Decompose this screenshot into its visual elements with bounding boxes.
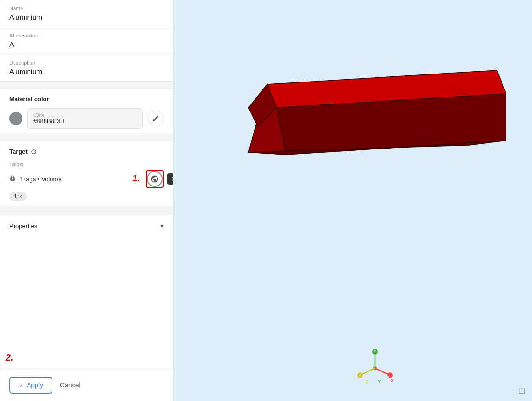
description-value: Aluminium: [9, 67, 164, 75]
chevron-down-icon: ▾: [160, 222, 164, 230]
svg-text:Z: Z: [359, 373, 361, 377]
refresh-icon[interactable]: [30, 149, 37, 155]
corner-resize-icon[interactable]: [518, 387, 527, 396]
properties-title: Properties: [9, 223, 37, 230]
section-divider-2: [0, 134, 173, 141]
color-circle: [9, 112, 22, 125]
material-color-title: Material color: [9, 96, 164, 103]
axis-gizmo: X Y Z X Y Z: [356, 349, 394, 387]
svg-text:Z: Z: [366, 379, 368, 384]
color-edit-button[interactable]: [148, 111, 164, 126]
globe-button-wrapper: Share region for project: [146, 170, 164, 188]
cancel-button[interactable]: Cancel: [60, 381, 81, 389]
pencil-icon: [152, 115, 159, 122]
description-label: Description: [9, 60, 164, 66]
target-header: Target: [9, 148, 164, 155]
lock-icon: [9, 175, 15, 183]
x-icon[interactable]: ×: [19, 193, 22, 199]
apply-label: Apply: [27, 381, 43, 389]
tag-chip-label: 1: [14, 193, 17, 200]
target-text: 1 tags • Volume: [19, 176, 130, 183]
color-input-box[interactable]: Color #888B8DFF: [27, 108, 143, 129]
section-divider-3: [0, 206, 173, 215]
properties-header[interactable]: Properties ▾: [9, 222, 164, 230]
section-divider-1: [0, 82, 173, 89]
svg-text:X: X: [391, 379, 394, 383]
svg-text:Y: Y: [374, 349, 376, 354]
bottom-bar: 2. ✓ Apply Cancel: [0, 369, 173, 401]
step-2-annotation: 2.: [6, 352, 14, 363]
viewport-panel[interactable]: X Y Z X Y Z: [173, 0, 532, 401]
name-label: Name: [9, 6, 164, 11]
abbreviation-field-group: Abbreviation Al: [0, 27, 173, 54]
check-icon: ✓: [19, 382, 24, 389]
step-1-annotation: 1.: [132, 173, 140, 184]
3d-shape-svg: [230, 66, 506, 169]
cancel-label: Cancel: [60, 381, 81, 389]
axis-gizmo-svg: X Y Z X Y Z: [356, 349, 394, 387]
3d-shape-container: [230, 66, 506, 169]
target-row: 1 tags • Volume 1. Share region for proj…: [9, 170, 164, 188]
name-value: Aluminium: [9, 13, 164, 21]
apply-button[interactable]: ✓ Apply: [9, 377, 52, 394]
tag-chip-1[interactable]: 1 ×: [9, 192, 27, 201]
properties-section: Properties ▾: [0, 215, 173, 236]
abbreviation-value: Al: [9, 40, 164, 48]
color-input-value: #888B8DFF: [33, 118, 137, 125]
panel-inner: Name Aluminium Abbreviation Al Descripti…: [0, 0, 173, 401]
globe-icon: [150, 175, 159, 183]
color-row: Color #888B8DFF: [9, 108, 164, 129]
target-title: Target: [9, 148, 28, 155]
name-field-group: Name Aluminium: [0, 0, 173, 27]
svg-text:X: X: [387, 375, 390, 379]
share-region-tooltip: Share region for project: [167, 173, 173, 185]
abbreviation-label: Abbreviation: [9, 33, 164, 38]
svg-text:Y: Y: [378, 379, 381, 384]
target-section: Target Target 1 tags • Volume 1.: [0, 141, 173, 206]
tag-chips-row: 1 ×: [9, 192, 164, 201]
viewport-3d[interactable]: X Y Z X Y Z: [173, 0, 532, 401]
target-sub-label: Target: [9, 162, 164, 167]
share-region-button[interactable]: [147, 171, 163, 187]
color-input-label: Color: [33, 112, 137, 118]
material-color-section: Material color Color #888B8DFF: [0, 89, 173, 134]
description-field-group: Description Aluminium: [0, 54, 173, 82]
left-panel: Name Aluminium Abbreviation Al Descripti…: [0, 0, 173, 401]
